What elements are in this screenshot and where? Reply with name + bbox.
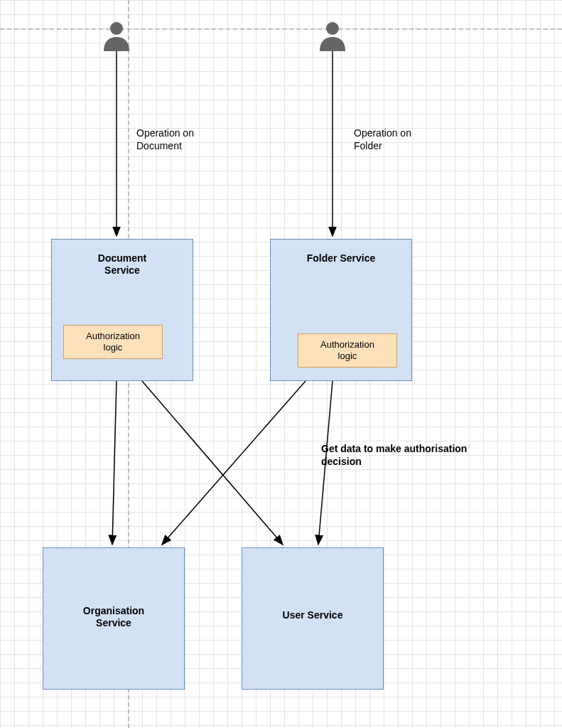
document-service-auth-box: Authorizationlogic — [63, 325, 163, 359]
user-icon — [318, 20, 347, 54]
organisation-service-title: OrganisationService — [77, 605, 150, 629]
document-service-title: DocumentService — [92, 252, 152, 277]
folder-service-auth-box: Authorizationlogic — [298, 333, 397, 368]
user-service-box: User Service — [242, 547, 384, 690]
folder-service-box: Folder Service Authorizationlogic — [270, 239, 412, 381]
user-icon — [102, 20, 131, 54]
operation-on-document-label: Operation onDocument — [136, 127, 222, 152]
svg-point-0 — [110, 22, 123, 35]
user-service-title: User Service — [277, 609, 349, 621]
flow-label: Get data to make authorisationdecision — [321, 442, 506, 468]
document-service-box: DocumentService Authorizationlogic — [51, 239, 193, 381]
document-service-auth-label: Authorizationlogic — [86, 331, 140, 353]
operation-on-folder-label: Operation onFolder — [354, 127, 439, 152]
svg-point-1 — [326, 22, 339, 35]
horizontal-guide — [0, 28, 562, 30]
folder-service-title: Folder Service — [301, 252, 382, 264]
organisation-service-box: OrganisationService — [43, 547, 185, 690]
folder-service-auth-label: Authorizationlogic — [320, 339, 374, 361]
